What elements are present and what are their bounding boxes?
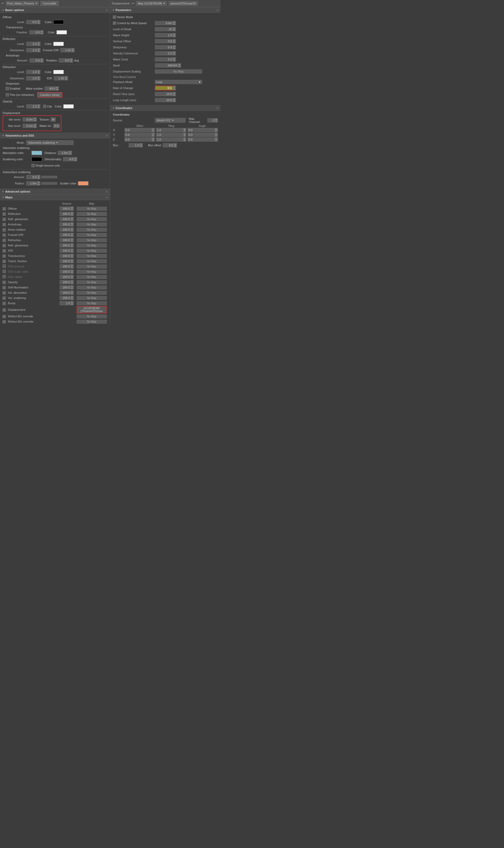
seed-input[interactable] <box>155 63 181 68</box>
spin-down[interactable]: ▼ <box>55 88 58 91</box>
spin-down[interactable]: ▼ <box>37 184 40 186</box>
maps-map-value[interactable]: No Map <box>77 314 107 318</box>
coord-tiling-spinner[interactable]: ▲▼ <box>156 128 186 132</box>
spin-up[interactable]: ▲ <box>70 264 73 266</box>
maps-amount-spinner[interactable]: ▲▼ <box>59 217 74 221</box>
maps-checkbox[interactable] <box>3 320 6 323</box>
spin-up[interactable]: ▲ <box>214 118 218 120</box>
maps-checkbox[interactable] <box>3 264 6 268</box>
spin-down[interactable]: ▼ <box>151 139 155 142</box>
spin-down[interactable]: ▼ <box>173 23 176 25</box>
displacement-max-spinner[interactable]: ▲▼ <box>22 124 37 128</box>
playback-mode-dropdown[interactable]: Loop ▼ <box>155 80 202 84</box>
rate-of-change-spinner[interactable]: ▲▼ <box>155 86 176 90</box>
maps-checkbox[interactable] <box>3 302 6 305</box>
volumetrics-header[interactable]: ▼ Volumetrics and SSS ✕ <box>0 133 110 138</box>
spin-up[interactable]: ▲ <box>55 86 58 88</box>
spin-up[interactable]: ▲ <box>70 207 73 209</box>
thin-checkbox-wrap[interactable]: Thin (no refraction) <box>6 93 34 97</box>
maps-map-value[interactable]: No Map <box>77 254 107 258</box>
abbe-spinner[interactable]: ▲▼ <box>44 86 59 91</box>
maps-amount-spinner[interactable]: ▲▼ <box>59 238 74 242</box>
spin-down[interactable]: ▼ <box>70 214 73 216</box>
maps-checkbox[interactable] <box>3 260 6 263</box>
spin-up[interactable]: ▲ <box>173 39 176 41</box>
spin-down[interactable]: ▼ <box>33 126 36 128</box>
maps-header[interactable]: ▼ Maps ✕ <box>0 194 110 200</box>
maps-map-value[interactable]: No Map <box>77 320 107 324</box>
diffuse-level-spinner[interactable]: ▲▼ <box>26 20 40 24</box>
maps-checkbox[interactable] <box>3 286 6 289</box>
maps-map-value[interactable]: No Map <box>77 259 107 263</box>
maps-checkbox[interactable] <box>3 270 6 273</box>
spin-up[interactable]: ▲ <box>151 137 155 139</box>
dispersion-enabled-checkbox[interactable]: Enabled <box>6 87 20 90</box>
loop-length-spinner[interactable]: ▲▼ <box>155 98 176 102</box>
wave-crest-spinner[interactable]: ▲▼ <box>155 57 176 62</box>
coord-tiling-input[interactable] <box>156 137 186 142</box>
blur-offset-spinner[interactable]: ▲▼ <box>163 143 177 148</box>
spin-up[interactable]: ▲ <box>70 270 73 272</box>
spin-down[interactable]: ▼ <box>33 120 36 122</box>
maps-amount-spinner[interactable]: ▲▼ <box>59 270 74 274</box>
opacity-color-swatch[interactable] <box>63 104 74 108</box>
spin-up[interactable]: ▲ <box>37 70 40 72</box>
parameters-header[interactable]: ▼ Parameters ✕ <box>110 7 220 13</box>
ior-spinner[interactable]: ▲▼ <box>54 76 68 81</box>
spin-down[interactable]: ▼ <box>214 135 218 137</box>
spin-up[interactable]: ▲ <box>173 98 176 100</box>
corona-mtl-button[interactable]: CoronaMtl <box>40 1 58 6</box>
close-icon[interactable]: ✕ <box>106 196 108 199</box>
maps-amount-spinner[interactable]: ▲▼ <box>59 301 74 305</box>
spin-down[interactable]: ▼ <box>70 288 73 290</box>
spin-down[interactable]: ▼ <box>173 47 176 49</box>
wind-speed-cb[interactable] <box>113 21 116 25</box>
directionality-spinner[interactable]: ▲▼ <box>63 157 77 161</box>
spin-up[interactable]: ▲ <box>37 175 40 177</box>
spin-down[interactable]: ▼ <box>70 235 73 237</box>
reflection-level-spinner[interactable]: ▲▼ <box>26 42 40 46</box>
spin-down[interactable]: ▼ <box>70 224 73 226</box>
spin-up[interactable]: ▲ <box>70 238 73 240</box>
spin-up[interactable]: ▲ <box>40 30 43 32</box>
diffuse-color-swatch[interactable] <box>53 20 64 24</box>
maps-amount-spinner[interactable]: ▲▼ <box>59 264 74 269</box>
spin-down[interactable]: ▼ <box>74 159 77 161</box>
spin-down[interactable]: ▼ <box>37 78 40 81</box>
spin-up[interactable]: ▲ <box>70 227 73 230</box>
coord-angle-input[interactable] <box>187 128 218 132</box>
spin-down[interactable]: ▼ <box>37 50 40 52</box>
maps-map-value[interactable]: #2138795398 (:PhoenixFDOcean <box>77 306 107 313</box>
spin-down[interactable]: ▼ <box>70 272 73 274</box>
spin-up[interactable]: ▲ <box>70 259 73 261</box>
spin-up[interactable]: ▲ <box>33 124 36 126</box>
maps-checkbox[interactable] <box>3 255 6 258</box>
spin-down[interactable]: ▼ <box>40 60 43 63</box>
spin-down[interactable]: ▼ <box>173 94 176 96</box>
spin-up[interactable]: ▲ <box>70 248 73 250</box>
spin-up[interactable]: ▲ <box>151 128 155 130</box>
maps-amount-spinner[interactable]: ▲▼ <box>59 296 74 300</box>
seed-spinner[interactable]: ▲▼ <box>155 63 181 68</box>
maps-amount-spinner[interactable]: ▲▼ <box>59 233 74 237</box>
spin-down[interactable]: ▼ <box>70 256 73 258</box>
coord-offset-input[interactable] <box>124 133 155 137</box>
spin-up[interactable]: ▲ <box>139 143 143 145</box>
coord-tiling-input[interactable] <box>156 133 186 137</box>
spin-down[interactable]: ▼ <box>70 250 73 253</box>
spin-up[interactable]: ▲ <box>183 133 186 135</box>
spin-up[interactable]: ▲ <box>173 33 176 35</box>
spin-up[interactable]: ▲ <box>65 76 68 78</box>
spin-up[interactable]: ▲ <box>71 48 74 50</box>
maps-map-value[interactable]: No Map <box>77 217 107 221</box>
maps-checkbox[interactable] <box>3 281 6 284</box>
direct-time-spinner[interactable]: ▲▼ <box>155 92 176 96</box>
spin-up[interactable]: ▲ <box>173 45 176 47</box>
coordinates-header[interactable]: ▼ Coordinates ✕ <box>110 105 220 111</box>
spin-down[interactable]: ▼ <box>183 130 186 132</box>
amount-slider[interactable] <box>41 176 57 178</box>
material-name-dropdown[interactable]: Pool_Water_Phoenix ▼ <box>6 1 39 6</box>
translucency-color-swatch[interactable] <box>56 30 67 34</box>
rotation-spinner[interactable]: ▲▼ <box>59 58 73 63</box>
amount-spinner[interactable]: ▲▼ <box>26 175 40 179</box>
